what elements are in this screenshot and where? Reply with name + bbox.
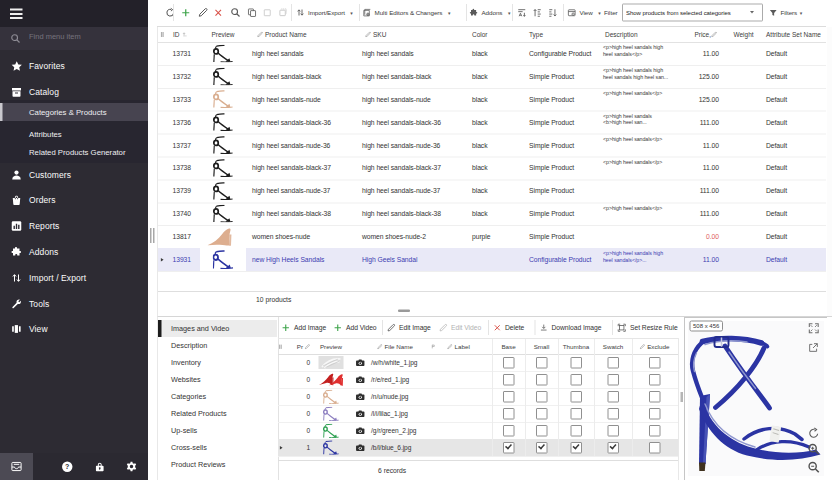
paste-button[interactable] xyxy=(263,0,273,25)
delete-button[interactable] xyxy=(214,0,224,25)
zoom-out-icon[interactable] xyxy=(808,461,821,474)
tab-cross-sells[interactable]: Cross-sells xyxy=(158,439,277,456)
checkbox-swatch[interactable] xyxy=(607,408,619,420)
table-row[interactable]: 13931new High Heels SandalsHigh Geels Sa… xyxy=(158,248,826,272)
sidebar-item-favorites[interactable]: Favorites xyxy=(0,55,148,77)
media-column-header-file[interactable]: File Name xyxy=(377,339,437,354)
checkbox-swatch[interactable] xyxy=(607,391,619,403)
table-row[interactable]: 13737high heel sandals-nude-36high heel … xyxy=(158,134,826,158)
archive-icon[interactable] xyxy=(0,453,33,480)
lock-icon[interactable] xyxy=(89,453,111,480)
tab-description[interactable]: Description xyxy=(158,337,277,354)
checkbox-base[interactable] xyxy=(503,408,515,420)
sidebar-item-customers[interactable]: Customers xyxy=(0,164,148,186)
media-row[interactable]: 1/b/l/blue_6.jpg xyxy=(278,439,678,457)
checkbox-small[interactable] xyxy=(536,408,548,420)
table-row[interactable]: 13731high heel sandalshigh heel sandalsb… xyxy=(158,42,826,66)
tab-related-products[interactable]: Related Products xyxy=(158,405,277,422)
checkbox-base-checked[interactable] xyxy=(503,442,515,454)
checkbox-thumb-checked[interactable] xyxy=(570,442,582,454)
sidebar-item-addons[interactable]: Addons xyxy=(0,241,148,263)
table-row[interactable]: 13817women shoes-nudewomen shoes-nude-2p… xyxy=(158,225,826,249)
multi-editors-menu[interactable]: Multi Editors & Changers▾ xyxy=(362,0,450,25)
tab-up-sells[interactable]: Up-sells xyxy=(158,422,277,439)
checkbox-exclude[interactable] xyxy=(649,442,661,454)
checkbox-exclude[interactable] xyxy=(649,425,661,437)
checkbox-small[interactable] xyxy=(536,391,548,403)
sidebar-item-categories-products[interactable]: Categories & Products xyxy=(0,103,148,121)
rotate-icon[interactable] xyxy=(808,427,821,440)
set-resize-rule-button[interactable]: Set Resize Rule▾ xyxy=(617,317,689,338)
row-height-button[interactable] xyxy=(532,0,543,25)
tab-websites[interactable]: Websites xyxy=(158,371,277,388)
column-header-name[interactable]: Product Name xyxy=(249,27,367,42)
checkbox-thumb[interactable] xyxy=(570,425,582,437)
sidebar-item-reports[interactable]: Reports xyxy=(0,215,148,237)
checkbox-small[interactable] xyxy=(536,374,548,386)
gear-icon[interactable] xyxy=(121,453,143,480)
table-row[interactable]: 13740high heel sandals-black-38high heel… xyxy=(158,202,826,226)
fullscreen-icon[interactable] xyxy=(808,322,821,335)
paste-special-button[interactable] xyxy=(278,0,288,25)
import-export-menu[interactable]: Import/Export▾ xyxy=(296,0,353,25)
column-header-attr[interactable]: Attribute Set Name xyxy=(761,27,831,42)
column-header-type[interactable]: Type xyxy=(526,27,602,42)
checkbox-swatch-checked[interactable] xyxy=(607,442,619,454)
table-row[interactable]: 13738high heel sandals-black-37high heel… xyxy=(158,157,826,181)
table-row[interactable]: 13732high heel sandals-blackhigh heel sa… xyxy=(158,65,826,89)
view-menu[interactable]: View▾ xyxy=(567,0,601,25)
column-header-weight[interactable]: Weight xyxy=(726,27,761,42)
media-column-header-exclude[interactable]: Exclude xyxy=(632,339,677,354)
checkbox-small[interactable] xyxy=(536,357,548,369)
edit-image-button[interactable]: Edit Image xyxy=(387,317,431,338)
media-row[interactable]: 0/l/i/lilac_1.jpg xyxy=(278,405,678,423)
media-column-header-small[interactable]: Small xyxy=(525,339,558,354)
tab-product-reviews[interactable]: Product Reviews xyxy=(158,456,277,473)
media-column-header-swatch[interactable]: Swatch xyxy=(594,339,632,354)
open-external-icon[interactable] xyxy=(808,342,820,354)
sidebar-item-attributes[interactable]: Attributes xyxy=(0,125,148,143)
copy-button[interactable] xyxy=(247,0,257,25)
add-image-button[interactable]: Add Image xyxy=(281,317,326,338)
splitter-gutter[interactable] xyxy=(148,0,157,480)
sidebar-item-tools[interactable]: Tools xyxy=(0,293,148,315)
media-row[interactable]: 0/w/h/white_1.jpg xyxy=(278,354,678,372)
sidebar-item-orders[interactable]: Orders xyxy=(0,189,148,211)
sidebar-item-view[interactable]: View xyxy=(0,318,148,340)
media-column-header-preview[interactable]: Preview xyxy=(310,339,352,354)
help-icon[interactable]: ? xyxy=(56,453,78,480)
column-header-sku[interactable]: SKU xyxy=(359,27,475,42)
filters-menu[interactable]: Filters▾ xyxy=(769,0,802,25)
checkbox-exclude[interactable] xyxy=(649,357,661,369)
move-column-button[interactable] xyxy=(548,0,559,25)
checkbox-exclude[interactable] xyxy=(649,391,661,403)
table-row[interactable]: 13736high heel sandals-black-36high heel… xyxy=(158,111,826,135)
media-column-header-pr[interactable]: Pr xyxy=(286,339,310,354)
checkbox-base[interactable] xyxy=(503,374,515,386)
column-header-preview[interactable]: Preview xyxy=(200,27,246,42)
sidebar-item-import-export[interactable]: Import / Export xyxy=(0,267,148,289)
filter-select[interactable]: Show products from selected categories xyxy=(622,4,763,22)
edit-button[interactable] xyxy=(198,0,208,25)
sidebar-search-input[interactable] xyxy=(28,31,130,41)
checkbox-swatch[interactable] xyxy=(607,425,619,437)
hamburger-menu-icon[interactable] xyxy=(10,9,23,20)
media-column-header-label[interactable]: Label xyxy=(447,339,487,354)
media-row[interactable]: 0/g/r/green_2.jpg xyxy=(278,422,678,440)
media-row[interactable]: 0/n/u/nude.jpg xyxy=(278,388,678,406)
zoom-in-icon[interactable] xyxy=(808,443,821,456)
column-header-color[interactable]: Color xyxy=(469,27,529,42)
addons-menu[interactable]: Addons▾ xyxy=(469,0,510,25)
checkbox-thumb[interactable] xyxy=(570,391,582,403)
checkbox-thumb[interactable] xyxy=(570,374,582,386)
sidebar-item-catalog[interactable]: Catalog xyxy=(0,81,148,103)
checkbox-small[interactable] xyxy=(536,425,548,437)
tab-images-and-video[interactable]: Images and Video xyxy=(158,320,277,337)
checkbox-swatch[interactable] xyxy=(607,357,619,369)
add-video-button[interactable]: Add Video xyxy=(333,317,377,338)
checkbox-exclude[interactable] xyxy=(649,408,661,420)
delete-button[interactable]: Delete xyxy=(493,317,524,338)
table-row[interactable]: 13733high heel sandals-nudehigh heel san… xyxy=(158,88,826,112)
checkbox-thumb[interactable] xyxy=(570,357,582,369)
media-column-header-base[interactable]: Base xyxy=(492,339,525,354)
